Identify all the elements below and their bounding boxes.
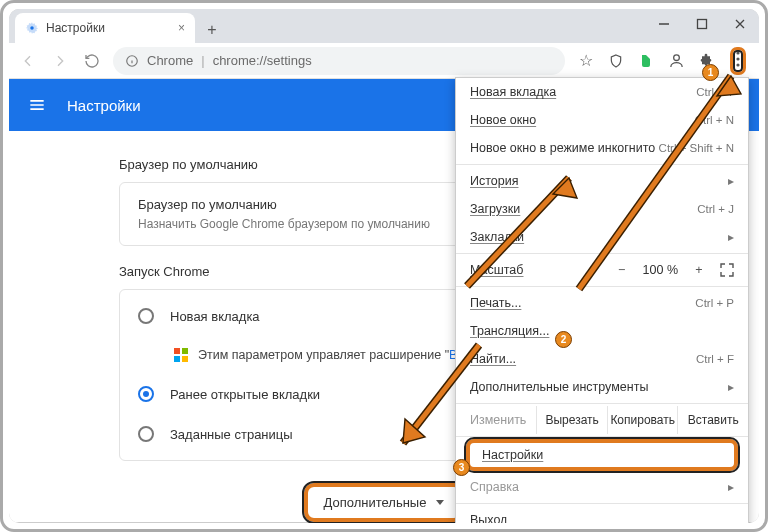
tab-close-icon[interactable]: × xyxy=(178,21,185,35)
fullscreen-icon[interactable] xyxy=(720,263,734,277)
maximize-button[interactable] xyxy=(683,9,721,39)
svg-rect-9 xyxy=(174,356,180,362)
menu-new-window[interactable]: Новое окноCtrl + N xyxy=(456,106,748,134)
menu-settings[interactable]: Настройки xyxy=(466,439,738,471)
menu-edit-row: Изменить Вырезать Копировать Вставить xyxy=(456,406,748,434)
new-tab-button[interactable]: + xyxy=(199,17,225,43)
svg-rect-8 xyxy=(182,348,188,354)
menu-find[interactable]: Найти...Ctrl + F xyxy=(456,345,748,373)
hamburger-icon[interactable] xyxy=(27,95,47,115)
back-button[interactable] xyxy=(15,48,41,74)
menu-help[interactable]: Справка▸ xyxy=(456,473,748,501)
radio-icon xyxy=(138,308,154,324)
svg-rect-7 xyxy=(174,348,180,354)
radio-icon xyxy=(138,386,154,402)
additional-button[interactable]: Дополнительные xyxy=(304,483,465,522)
svg-point-3 xyxy=(673,55,679,61)
star-icon[interactable]: ☆ xyxy=(573,48,599,74)
url-scheme: Chrome xyxy=(147,53,193,68)
menu-cut[interactable]: Вырезать xyxy=(536,406,607,434)
vertical-dots-icon xyxy=(736,51,740,67)
toolbar: Chrome | chrome://settings ☆ xyxy=(9,43,759,79)
ms-logo-icon xyxy=(174,348,188,362)
menu-zoom: Масштаб − 100 % + xyxy=(456,256,748,284)
svg-point-5 xyxy=(736,57,739,60)
close-window-button[interactable] xyxy=(721,9,759,39)
browser-tab[interactable]: Настройки × xyxy=(15,13,195,43)
window-controls xyxy=(645,9,759,39)
svg-rect-0 xyxy=(698,20,707,29)
menu-copy[interactable]: Копировать xyxy=(607,406,678,434)
menu-bookmarks[interactable]: Закладки▸ xyxy=(456,223,748,251)
menu-new-tab[interactable]: Новая вкладкаCtrl + T xyxy=(456,78,748,106)
address-bar[interactable]: Chrome | chrome://settings xyxy=(113,47,565,75)
menu-cast[interactable]: Трансляция... xyxy=(456,317,748,345)
tab-title: Настройки xyxy=(46,21,105,35)
chrome-main-menu: Новая вкладкаCtrl + T Новое окноCtrl + N… xyxy=(455,77,749,523)
menu-exit[interactable]: Выход xyxy=(456,506,748,523)
annotation-badge-2: 2 xyxy=(555,331,572,348)
menu-history[interactable]: История▸ xyxy=(456,167,748,195)
minimize-button[interactable] xyxy=(645,9,683,39)
svg-point-4 xyxy=(736,51,739,54)
menu-paste[interactable]: Вставить xyxy=(677,406,748,434)
shield-icon[interactable] xyxy=(603,48,629,74)
svg-point-6 xyxy=(736,63,739,66)
svg-rect-10 xyxy=(182,356,188,362)
radio-icon xyxy=(138,426,154,442)
info-icon xyxy=(125,54,139,68)
menu-incognito[interactable]: Новое окно в режиме инкогнитоCtrl + Shif… xyxy=(456,134,748,162)
zoom-in-button[interactable]: + xyxy=(688,263,710,277)
menu-print[interactable]: Печать...Ctrl + P xyxy=(456,289,748,317)
screenshot-frame: Настройки × + Chrome | chrome://settings… xyxy=(0,0,768,532)
caret-down-icon xyxy=(436,500,444,505)
menu-more-tools[interactable]: Дополнительные инструменты▸ xyxy=(456,373,748,401)
menu-downloads[interactable]: ЗагрузкиCtrl + J xyxy=(456,195,748,223)
gear-icon xyxy=(25,21,39,35)
evernote-icon[interactable] xyxy=(633,48,659,74)
zoom-value: 100 % xyxy=(643,263,678,277)
annotation-badge-3: 3 xyxy=(453,459,470,476)
url-path: chrome://settings xyxy=(213,53,312,68)
zoom-out-button[interactable]: − xyxy=(611,263,633,277)
kebab-menu-button[interactable] xyxy=(730,47,746,75)
profile-icon[interactable] xyxy=(663,48,689,74)
settings-title: Настройки xyxy=(67,97,141,114)
reload-button[interactable] xyxy=(79,48,105,74)
annotation-badge-1: 1 xyxy=(702,64,719,81)
forward-button[interactable] xyxy=(47,48,73,74)
